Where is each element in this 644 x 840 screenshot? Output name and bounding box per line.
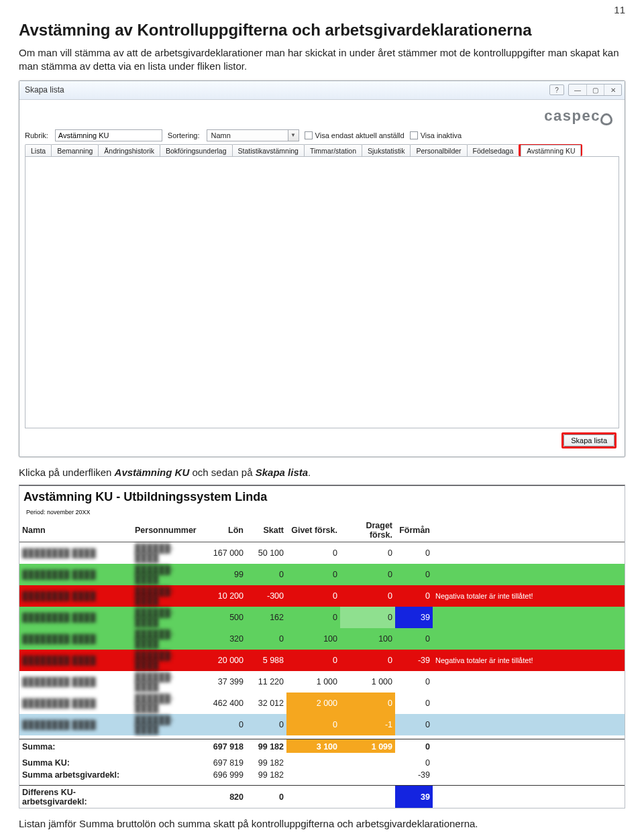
tab-personalbilder[interactable]: Personalbilder bbox=[410, 144, 467, 156]
tab-content-area bbox=[25, 157, 619, 428]
tab-avstamning-ku[interactable]: Avstämning KU bbox=[521, 145, 581, 156]
chk-inaktiva-label: Visa inaktiva bbox=[421, 131, 462, 139]
row-summa-ku: Summa KU: 697 819 99 182 0 bbox=[19, 753, 625, 769]
checkbox-icon[interactable] bbox=[410, 131, 418, 139]
col-skatt: Skatt bbox=[246, 518, 286, 542]
tab-andringshistorik[interactable]: Ändringshistorik bbox=[98, 144, 160, 156]
tab-bokforingsunderlag[interactable]: Bokföringsunderlag bbox=[160, 144, 232, 156]
tab-timmar-station[interactable]: Timmar/station bbox=[304, 144, 362, 156]
tab-fodelsedagar[interactable]: Födelsedaga bbox=[467, 144, 520, 156]
table-row: ████████ ██████████-████20 0005 98800-39… bbox=[19, 650, 625, 671]
tab-bemanning[interactable]: Bemanning bbox=[51, 144, 99, 156]
report-period: Period: november 20XX bbox=[23, 507, 93, 517]
col-draget-forsk: Draget försk. bbox=[340, 518, 395, 542]
col-namn: Namn bbox=[19, 518, 132, 542]
col-givet-forsk: Givet försk. bbox=[286, 518, 340, 542]
table-row: ████████ ██████████-████37 39911 2201 00… bbox=[19, 671, 625, 693]
chevron-down-icon[interactable]: ▼ bbox=[288, 130, 299, 141]
table-row: ████████ ██████████-████990000 bbox=[19, 564, 625, 585]
table-row: ████████ ██████████-████5001620039 bbox=[19, 607, 625, 628]
close-button[interactable]: ✕ bbox=[604, 84, 621, 95]
chk-aktuell[interactable]: Visa endast aktuell anställd bbox=[305, 131, 405, 139]
mid-instruction: Klicka på underfliken Avstämning KU och … bbox=[19, 467, 625, 478]
report-title: Avstämning KU - Utbildningssystem Linda bbox=[19, 486, 625, 505]
doc-heading: Avstämning av Kontrolluppgifterna och ar… bbox=[19, 21, 625, 40]
chk-aktuell-label: Visa endast aktuell anställd bbox=[315, 131, 405, 139]
table-row: ████████ ██████████-████167 00050 100000 bbox=[19, 542, 625, 564]
col-forman: Förmån bbox=[395, 518, 433, 542]
minimize-button[interactable]: — bbox=[569, 84, 586, 95]
table-row: ████████ ██████████-████10 200-300000Neg… bbox=[19, 585, 625, 607]
filter-bar: Rubrik: Sortering: Namn ▼ Visa endast ak… bbox=[25, 129, 619, 141]
app-window: Skapa lista ? — ▢ ✕ caspec Rubrik: Sorte… bbox=[19, 80, 625, 457]
col-personnummer: Personnummer bbox=[132, 518, 199, 542]
row-summa-agd: Summa arbetsgivardekl: 696 999 99 182 -3… bbox=[19, 769, 625, 781]
help-button[interactable]: ? bbox=[549, 84, 564, 95]
table-row: ████████ ██████████-████000-10 bbox=[19, 714, 625, 735]
report-panel: Avstämning KU - Utbildningssystem Linda … bbox=[19, 485, 625, 808]
window-title: Skapa lista bbox=[25, 85, 64, 95]
table-row: ████████ ██████████-████462 40032 0122 0… bbox=[19, 693, 625, 714]
window-titlebar: Skapa lista ? — ▢ ✕ bbox=[19, 81, 625, 100]
final-paragraph: Listan jämför Summa bruttolön och summa … bbox=[19, 818, 625, 829]
rubrik-input[interactable] bbox=[55, 129, 162, 141]
page-number: 11 bbox=[19, 4, 625, 15]
tab-lista[interactable]: Lista bbox=[25, 144, 52, 156]
row-differens: Differens KU-arbetsgivardekl: 820 0 39 bbox=[19, 785, 625, 808]
tab-highlight: Avstämning KU bbox=[519, 144, 582, 156]
skapa-lista-button[interactable]: Skapa lista bbox=[564, 434, 614, 446]
col-lon: Lön bbox=[199, 518, 246, 542]
table-row: ████████ ██████████-████32001001000 bbox=[19, 628, 625, 650]
tab-sjukstatistik[interactable]: Sjukstatistik bbox=[362, 144, 411, 156]
tab-statistikavstamning[interactable]: Statistikavstämning bbox=[232, 144, 305, 156]
button-highlight: Skapa lista bbox=[561, 432, 616, 448]
caspeco-logo: caspec bbox=[544, 107, 612, 124]
doc-intro: Om man vill stämma av att de arbetsgivar… bbox=[19, 46, 625, 74]
checkbox-icon[interactable] bbox=[305, 131, 313, 139]
report-table: Namn Personnummer Lön Skatt Givet försk.… bbox=[19, 518, 625, 808]
window-controls: ? — ▢ ✕ bbox=[549, 84, 622, 96]
sortering-combo[interactable]: Namn ▼ bbox=[207, 129, 299, 141]
chk-inaktiva[interactable]: Visa inaktiva bbox=[410, 131, 462, 139]
tab-strip: Lista Bemanning Ändringshistorik Bokföri… bbox=[25, 144, 619, 157]
maximize-button[interactable]: ▢ bbox=[586, 84, 604, 95]
sortering-label: Sortering: bbox=[168, 131, 200, 139]
rubrik-label: Rubrik: bbox=[25, 131, 48, 139]
row-summa: Summa: 697 918 99 182 3 100 1 099 0 bbox=[19, 739, 625, 754]
sortering-value: Namn bbox=[207, 131, 288, 140]
